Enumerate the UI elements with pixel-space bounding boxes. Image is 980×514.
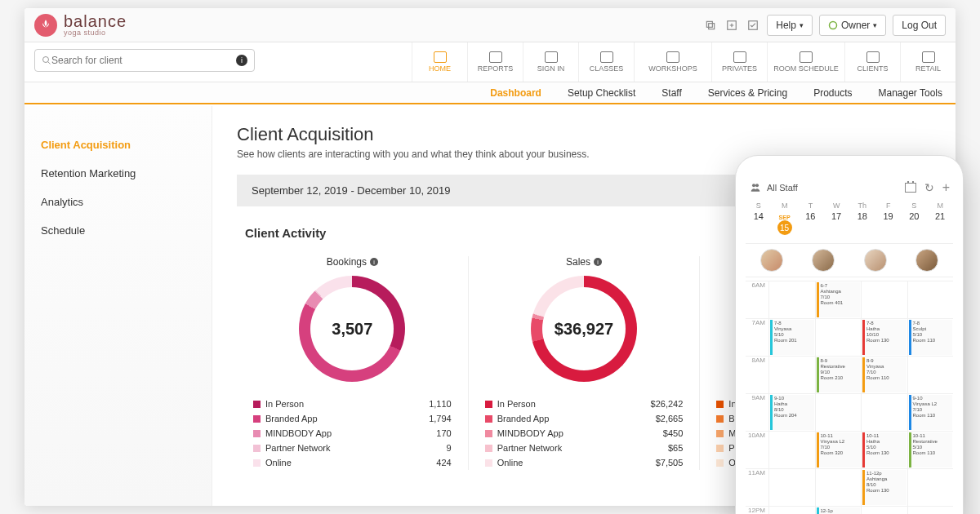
calendar-day[interactable]: 16: [798, 211, 824, 235]
breakdown-row: Online424: [253, 455, 452, 470]
schedule-cell[interactable]: 6-7Ashtanga7/10Room 401: [815, 281, 862, 318]
calendar-day[interactable]: SEP15: [772, 211, 798, 235]
schedule-cell[interactable]: 12-1p: [815, 506, 862, 514]
schedule-cell[interactable]: [768, 431, 815, 468]
avatar[interactable]: [864, 249, 887, 272]
schedule-cell[interactable]: [861, 393, 907, 431]
schedule-event[interactable]: 11-12pAshtanga8/10Room 130: [862, 470, 906, 505]
calendar-day[interactable]: 17: [823, 211, 849, 235]
owner-dropdown[interactable]: Owner▾: [819, 15, 886, 36]
schedule-cell[interactable]: [815, 318, 862, 356]
breakdown-row: Branded App$2,665: [485, 411, 684, 426]
calendar-day[interactable]: 20: [902, 211, 928, 235]
schedule-cell[interactable]: 7-8Vinyasa5/10Room 201: [768, 318, 815, 356]
schedule-event[interactable]: 10-11Hatha5/10Room 130: [862, 432, 906, 467]
nav-sign-in[interactable]: SIGN IN: [523, 42, 578, 82]
schedule-cell[interactable]: [768, 468, 815, 506]
schedule-event[interactable]: 8-9Vinyasa7/10Room 110: [862, 357, 906, 392]
breakdown-row: Partner Network$65: [485, 441, 684, 455]
schedule-cell[interactable]: [768, 506, 815, 514]
schedule-cell[interactable]: 9-10Vinyasa L27/10Room 110: [907, 393, 954, 431]
schedule-cell[interactable]: [907, 468, 954, 506]
schedule-cell[interactable]: [815, 468, 862, 506]
sidebar-item-client-acquisition[interactable]: Client Acquisition: [41, 131, 212, 159]
schedule-cell[interactable]: [861, 281, 907, 318]
metric-sales: Sales i$36,927In Person$26,242Branded Ap…: [469, 256, 701, 470]
schedule-cell[interactable]: 10-11Hatha5/10Room 130: [861, 431, 907, 468]
avatar[interactable]: [915, 249, 938, 272]
calendar-day[interactable]: 21: [927, 211, 953, 235]
schedule-event[interactable]: 8-9Restorative9/10Room 210: [817, 357, 861, 392]
search-input[interactable]: [51, 55, 236, 66]
avatar[interactable]: [760, 249, 783, 272]
nav-retail[interactable]: RETAIL: [900, 42, 956, 82]
schedule-event[interactable]: 7-8Vinyasa5/10Room 201: [770, 320, 814, 355]
subnav-setup-checklist[interactable]: Setup Checklist: [564, 82, 639, 104]
client-search[interactable]: i: [34, 49, 255, 72]
lotus-icon: [34, 14, 57, 37]
schedule-cell[interactable]: 7-8Hatha10/10Room 130: [861, 318, 907, 356]
schedule-event[interactable]: 10-11Restorative5/10Room 110: [909, 432, 953, 467]
calendar-day[interactable]: 14: [746, 211, 772, 235]
avatar[interactable]: [812, 249, 835, 272]
nav-classes[interactable]: CLASSES: [578, 42, 634, 82]
subnav-manager-tools[interactable]: Manager Tools: [875, 82, 947, 104]
schedule-event[interactable]: 9-10Vinyasa L27/10Room 110: [909, 395, 953, 430]
schedule-cell[interactable]: [861, 506, 907, 514]
schedule-cell[interactable]: 8-9Restorative9/10Room 210: [815, 356, 862, 393]
calendar-icon[interactable]: [905, 183, 916, 193]
staff-label[interactable]: All Staff: [767, 183, 798, 193]
schedule-event[interactable]: 9-10Hatha8/10Room 204: [770, 395, 814, 430]
breakdown-row: Partner Network9: [253, 441, 452, 455]
plus-box-icon[interactable]: [724, 18, 739, 33]
schedule-cell[interactable]: 8-9Vinyasa7/10Room 110: [861, 356, 907, 393]
schedule-cell[interactable]: 10-11Vinyasa L27/10Room 320: [815, 431, 862, 468]
nav-workshops[interactable]: WORKSHOPS: [634, 42, 711, 82]
logout-button[interactable]: Log Out: [893, 15, 946, 36]
nav-clients[interactable]: CLIENTS: [844, 42, 900, 82]
schedule-event[interactable]: 7-8Sculpt5/10Room 110: [909, 320, 953, 355]
brand-logo: balance yoga studio: [34, 13, 127, 37]
schedule-cell[interactable]: [768, 281, 815, 318]
schedule-cell[interactable]: 10-11Restorative5/10Room 110: [907, 431, 954, 468]
nav-room-schedule[interactable]: ROOM SCHEDULE: [767, 42, 844, 82]
copy-icon[interactable]: [703, 18, 718, 33]
sidebar-item-schedule[interactable]: Schedule: [41, 216, 212, 245]
schedule-cell[interactable]: [907, 506, 954, 514]
schedule-cell[interactable]: [768, 356, 815, 393]
calendar-day[interactable]: 19: [875, 211, 902, 235]
schedule-cell[interactable]: [907, 356, 954, 393]
subnav-dashboard[interactable]: Dashboard: [487, 82, 545, 104]
nav-privates[interactable]: PRIVATES: [711, 42, 767, 82]
nav-reports[interactable]: REPORTS: [467, 42, 523, 82]
add-icon[interactable]: +: [942, 180, 950, 195]
info-icon[interactable]: i: [370, 258, 378, 266]
svg-point-5: [43, 57, 49, 63]
schedule-cell[interactable]: 7-8Sculpt5/10Room 110: [907, 318, 954, 356]
schedule-cell[interactable]: 9-10Hatha8/10Room 204: [768, 393, 815, 431]
help-dropdown[interactable]: Help▾: [767, 15, 813, 36]
schedule-cell[interactable]: [815, 393, 862, 431]
subnav-products[interactable]: Products: [810, 82, 855, 104]
breakdown-row: In Person1,110: [253, 397, 452, 411]
schedule-cell[interactable]: 11-12pAshtanga8/10Room 130: [861, 468, 907, 506]
info-icon[interactable]: i: [236, 55, 247, 66]
breakdown-row: MINDBODY App$450: [485, 426, 684, 441]
calendar-day[interactable]: 18: [849, 211, 875, 235]
svg-point-4: [829, 21, 836, 29]
schedule-event[interactable]: 6-7Ashtanga7/10Room 401: [817, 282, 861, 317]
nav-home[interactable]: HOME: [412, 42, 467, 82]
sidebar-item-retention-marketing[interactable]: Retention Marketing: [41, 159, 212, 188]
svg-rect-0: [707, 21, 713, 27]
sidebar-item-analytics[interactable]: Analytics: [41, 188, 212, 216]
refresh-icon[interactable]: ↻: [924, 181, 934, 194]
schedule-event[interactable]: 12-1p: [817, 507, 861, 514]
metric-bookings: Bookings i3,507In Person1,110Branded App…: [237, 256, 469, 470]
subnav-services-pricing[interactable]: Services & Pricing: [705, 82, 791, 104]
schedule-event[interactable]: 10-11Vinyasa L27/10Room 320: [817, 432, 861, 467]
check-box-icon[interactable]: [746, 18, 760, 33]
schedule-event[interactable]: 7-8Hatha10/10Room 130: [862, 320, 906, 355]
info-icon[interactable]: i: [594, 258, 602, 266]
subnav-staff[interactable]: Staff: [658, 82, 684, 104]
schedule-cell[interactable]: [907, 281, 954, 318]
